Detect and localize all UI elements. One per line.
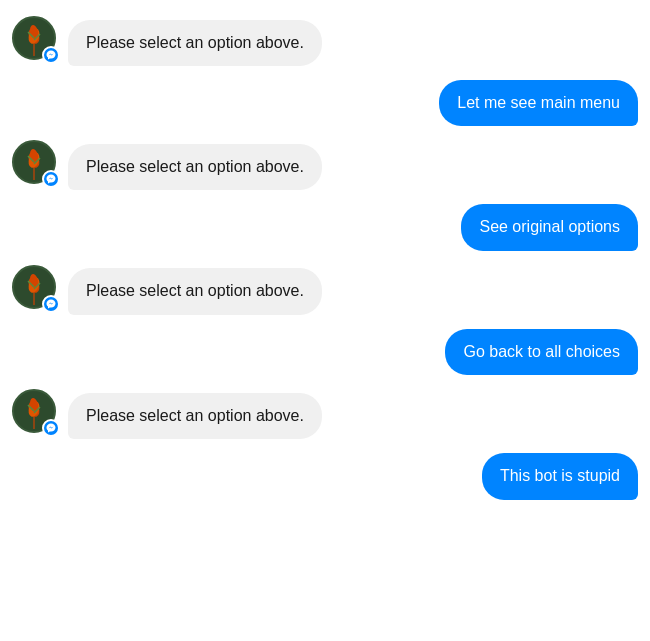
bot-bubble-4: Please select an option above. <box>68 393 322 439</box>
user-bubble-4: This bot is stupid <box>482 453 638 499</box>
user-message-text-2: See original options <box>479 218 620 235</box>
user-message-text-4: This bot is stupid <box>500 467 620 484</box>
chat-row-bot-4: Please select an option above. <box>12 389 638 439</box>
chat-row-bot-2: Please select an option above. <box>12 140 638 190</box>
chat-row-user-1: Let me see main menu <box>12 80 638 126</box>
user-bubble-3: Go back to all choices <box>445 329 638 375</box>
messenger-badge <box>42 46 60 64</box>
bot-message-text-4: Please select an option above. <box>86 407 304 424</box>
user-bubble-1: Let me see main menu <box>439 80 638 126</box>
messenger-icon-3 <box>46 299 56 309</box>
bot-message-text-1: Please select an option above. <box>86 34 304 51</box>
user-bubble-2: See original options <box>461 204 638 250</box>
bot-message-text-2: Please select an option above. <box>86 158 304 175</box>
bot-avatar-4 <box>12 389 60 437</box>
messenger-badge-4 <box>42 419 60 437</box>
bot-message-text-3: Please select an option above. <box>86 282 304 299</box>
bot-bubble-1: Please select an option above. <box>68 20 322 66</box>
bot-avatar-2 <box>12 140 60 188</box>
messenger-icon <box>46 50 56 60</box>
chat-row-user-2: See original options <box>12 204 638 250</box>
bot-bubble-2: Please select an option above. <box>68 144 322 190</box>
chat-row-user-3: Go back to all choices <box>12 329 638 375</box>
bot-bubble-3: Please select an option above. <box>68 268 322 314</box>
messenger-badge-2 <box>42 170 60 188</box>
user-message-text-1: Let me see main menu <box>457 94 620 111</box>
chat-row-bot-1: Please select an option above. <box>12 16 638 66</box>
messenger-badge-3 <box>42 295 60 313</box>
user-message-text-3: Go back to all choices <box>463 343 620 360</box>
messenger-icon-2 <box>46 174 56 184</box>
chat-row-user-4: This bot is stupid <box>12 453 638 499</box>
chat-row-bot-3: Please select an option above. <box>12 265 638 315</box>
bot-avatar-3 <box>12 265 60 313</box>
messenger-icon-4 <box>46 423 56 433</box>
bot-avatar-1 <box>12 16 60 64</box>
